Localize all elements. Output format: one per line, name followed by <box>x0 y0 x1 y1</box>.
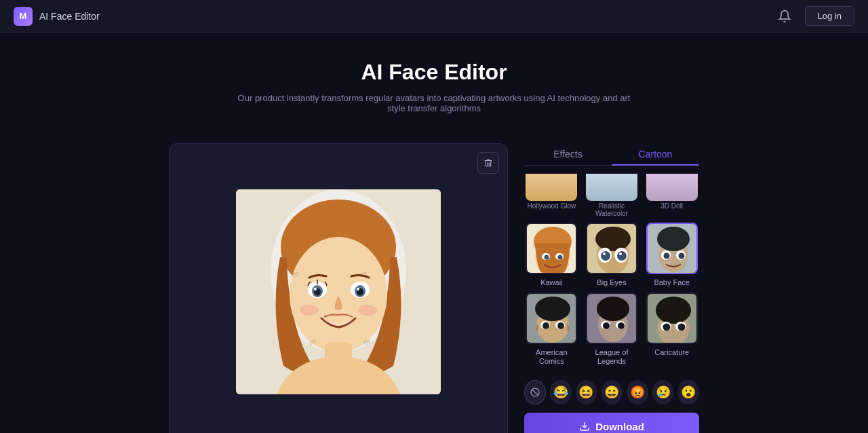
hero-section: AI Face Editor Our product instantly tra… <box>0 33 868 127</box>
effects-panel: Effects Cartoon Hollywood Glow Realistic… <box>524 143 699 433</box>
svg-point-26 <box>558 255 563 260</box>
effect-big-eyes-label: Big Eyes <box>597 278 626 287</box>
svg-line-65 <box>532 389 538 396</box>
svg-point-13 <box>357 288 359 290</box>
app-logo: M <box>14 7 33 26</box>
svg-point-12 <box>314 288 317 290</box>
canvas-area: m m m m <box>169 143 508 433</box>
emoji-laugh-button[interactable]: 😆 <box>576 380 597 404</box>
emoji-row: 😂 😆 😄 😡 😢 😮 <box>524 380 699 404</box>
effect-league-of-legends-label: League of Legends <box>585 348 639 366</box>
svg-point-45 <box>535 297 570 321</box>
effect-kawaii-label: Kawaii <box>540 278 562 287</box>
effect-3ddoll-label: 3D Doll <box>660 202 683 210</box>
tab-effects[interactable]: Effects <box>524 143 612 165</box>
effects-row-2: American Comics Lea <box>524 293 699 366</box>
download-label: Download <box>595 421 644 432</box>
download-icon <box>579 421 590 432</box>
svg-point-55 <box>603 322 610 329</box>
svg-point-29 <box>595 227 631 251</box>
effect-american-comics-label: American Comics <box>524 348 579 366</box>
emoji-none-button[interactable] <box>524 380 546 404</box>
svg-point-25 <box>545 255 549 260</box>
delete-image-button[interactable] <box>477 152 499 174</box>
effect-caricature-label: Caricature <box>654 348 689 357</box>
effects-partial-row: Hollywood Glow Realistic Watercolor 3D D… <box>524 174 699 217</box>
svg-point-35 <box>619 252 622 255</box>
svg-point-15 <box>358 305 377 316</box>
face-portrait: m m m m <box>236 189 441 394</box>
svg-point-56 <box>618 322 625 329</box>
emoji-smile-button[interactable]: 😄 <box>601 380 623 404</box>
effect-3ddoll[interactable]: 3D Doll <box>644 174 699 217</box>
effect-watercolor[interactable]: Realistic Watercolor <box>585 174 639 217</box>
effect-baby-face[interactable]: Baby Face <box>644 223 699 287</box>
svg-point-41 <box>663 253 669 259</box>
effect-kawaii[interactable]: Kawaii <box>524 223 579 287</box>
app-title: AI Face Editor <box>39 11 100 22</box>
effect-hollywood[interactable]: Hollywood Glow <box>524 174 579 217</box>
svg-point-48 <box>542 322 549 329</box>
emoji-cry-button[interactable]: 😢 <box>652 380 674 404</box>
tab-cartoon[interactable]: Cartoon <box>612 143 699 165</box>
svg-point-52 <box>597 297 629 321</box>
notification-icon[interactable] <box>775 7 794 26</box>
emoji-surprised-button[interactable]: 😮 <box>677 380 699 404</box>
svg-point-38 <box>657 227 690 251</box>
navbar-right: Log in <box>775 6 854 26</box>
svg-point-62 <box>663 324 670 331</box>
effect-league-of-legends[interactable]: League of Legends <box>585 293 639 366</box>
svg-point-59 <box>656 297 691 324</box>
svg-point-63 <box>677 324 685 331</box>
svg-point-42 <box>678 253 684 259</box>
hero-subtitle: Our product instantly transforms regular… <box>231 93 637 113</box>
navbar-left: M AI Face Editor <box>14 7 100 26</box>
main-content: m m m m Effects Cartoon Hollywood Glow <box>61 127 807 433</box>
svg-point-4 <box>290 237 387 352</box>
svg-point-33 <box>617 251 627 261</box>
svg-point-49 <box>557 322 564 329</box>
login-button[interactable]: Log in <box>805 6 854 26</box>
tabs: Effects Cartoon <box>524 143 699 166</box>
effect-watercolor-label: Realistic Watercolor <box>585 202 639 217</box>
svg-point-14 <box>300 305 319 316</box>
emoji-joy-button[interactable]: 😂 <box>550 380 572 404</box>
effect-baby-face-label: Baby Face <box>654 278 690 287</box>
effect-american-comics[interactable]: American Comics <box>524 293 579 366</box>
effect-hollywood-label: Hollywood Glow <box>527 202 576 210</box>
effects-scroll[interactable]: Hollywood Glow Realistic Watercolor 3D D… <box>524 174 699 372</box>
svg-point-32 <box>601 251 610 261</box>
effects-row-1: Kawaii <box>524 223 699 287</box>
navbar: M AI Face Editor Log in <box>0 0 868 33</box>
hero-title: AI Face Editor <box>14 60 854 85</box>
download-button[interactable]: Download <box>524 413 699 433</box>
effect-big-eyes[interactable]: Big Eyes <box>585 223 639 287</box>
emoji-angry-button[interactable]: 😡 <box>627 380 648 404</box>
svg-point-34 <box>603 252 606 255</box>
effect-caricature[interactable]: Caricature <box>644 293 699 366</box>
